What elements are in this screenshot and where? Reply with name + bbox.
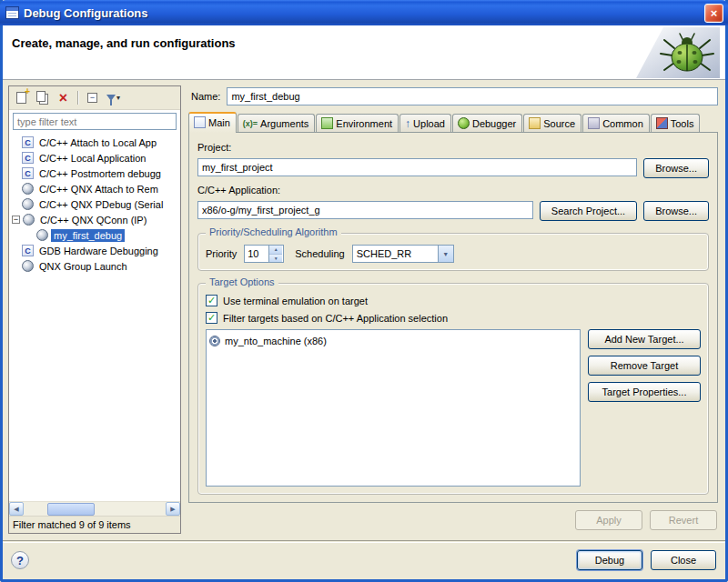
collapse-expander-icon[interactable]: [12, 216, 20, 224]
search-project-button[interactable]: Search Project...: [540, 201, 637, 221]
qnx-launch-icon: [22, 183, 34, 195]
tab-label: Common: [602, 118, 643, 129]
dialog-header-title: Create, manage, and run configurations: [12, 36, 725, 50]
close-icon[interactable]: [704, 4, 723, 23]
target-item-label: my_nto_machine (x86): [225, 336, 327, 346]
priority-spinner[interactable]: [244, 245, 284, 263]
priority-group-title: Priority/Scheduling Algorithm: [206, 226, 341, 237]
tab-arguments[interactable]: Arguments: [238, 114, 315, 132]
tab-source[interactable]: Source: [523, 114, 581, 132]
checkbox-checked-icon[interactable]: [206, 295, 217, 306]
tools-tab-icon: [656, 117, 668, 129]
target-group-title: Target Options: [206, 276, 278, 287]
arguments-tab-icon: [243, 119, 258, 128]
config-tabs: Main Arguments Environment Upload Debugg…: [186, 111, 720, 132]
main-tab-icon: [194, 116, 206, 128]
scrollbar-thumb[interactable]: [47, 503, 95, 516]
dialog-body: C/C++ Attach to Local App C/C++ Local Ap…: [3, 80, 725, 539]
target-list-item[interactable]: my_nto_machine (x86): [209, 333, 577, 348]
application-input[interactable]: [197, 201, 533, 219]
target-options-group: Target Options Use terminal emulation on…: [197, 283, 709, 495]
priority-label: Priority: [206, 248, 237, 259]
filter-targets-label: Filter targets based on C/C++ Applicatio…: [223, 313, 448, 324]
target-buttons: Add New Target... Remove Target Target P…: [588, 329, 701, 487]
c-application-icon: [22, 167, 34, 179]
combo-dropdown-icon[interactable]: [438, 246, 453, 262]
revert-button[interactable]: Revert: [650, 510, 717, 530]
tab-debugger[interactable]: Debugger: [452, 114, 522, 132]
collapse-all-icon[interactable]: [83, 89, 102, 107]
target-properties-button[interactable]: Target Properties...: [588, 382, 701, 402]
application-browse-button[interactable]: Browse...: [643, 201, 709, 221]
config-toolbar: [9, 86, 180, 110]
c-application-icon: [22, 152, 34, 164]
target-list[interactable]: my_nto_machine (x86): [206, 329, 581, 487]
configurations-tree[interactable]: C/C++ Attach to Local App C/C++ Local Ap…: [9, 132, 180, 501]
scheduling-value: SCHED_RR: [353, 246, 438, 262]
qnx-launch-icon: [22, 260, 34, 272]
environment-tab-icon: [321, 117, 333, 129]
spinner-down-icon[interactable]: [269, 255, 282, 263]
target-machine-icon: [209, 336, 220, 346]
tab-label: Arguments: [260, 118, 308, 129]
priority-scheduling-group: Priority/Scheduling Algorithm Priority S…: [197, 233, 709, 271]
c-application-icon: [22, 245, 34, 256]
tree-item-cpp-local-application[interactable]: C/C++ Local Application: [11, 150, 180, 166]
checkbox-checked-icon[interactable]: [206, 312, 217, 324]
tab-common[interactable]: Common: [582, 114, 650, 132]
priority-input[interactable]: [245, 246, 268, 262]
apply-button[interactable]: Apply: [575, 510, 642, 530]
filter-input[interactable]: [13, 113, 177, 130]
scheduling-combobox[interactable]: SCHED_RR: [352, 245, 454, 263]
scroll-left-icon[interactable]: [9, 502, 24, 516]
window-title: Debug Configurations: [24, 6, 148, 20]
scheduling-label: Scheduling: [295, 248, 344, 259]
tree-item-qnx-pdebug-serial[interactable]: C/C++ QNX PDebug (Serial: [11, 196, 180, 212]
configurations-panel: C/C++ Attach to Local App C/C++ Local Ap…: [8, 85, 181, 534]
filter-targets-checkbox[interactable]: Filter targets based on C/C++ Applicatio…: [206, 312, 701, 324]
project-browse-button[interactable]: Browse...: [643, 158, 709, 178]
tab-environment[interactable]: Environment: [316, 114, 399, 132]
qnx-launch-icon: [23, 214, 35, 226]
tree-item-qnx-qconn[interactable]: C/C++ QNX QConn (IP): [11, 212, 180, 227]
tree-item-my-first-debug[interactable]: my_first_debug: [11, 227, 180, 243]
duplicate-configuration-icon[interactable]: [33, 89, 52, 107]
debugger-tab-icon: [458, 117, 470, 129]
tree-item-qnx-group-launch[interactable]: QNX Group Launch: [11, 258, 180, 274]
dialog-header: Create, manage, and run configurations: [3, 25, 725, 80]
add-new-target-button[interactable]: Add New Target...: [588, 329, 701, 349]
project-input[interactable]: [197, 158, 637, 176]
filter-field-wrap: [9, 110, 180, 132]
delete-configuration-icon[interactable]: [54, 89, 73, 107]
tab-main[interactable]: Main: [188, 112, 237, 133]
tab-upload[interactable]: Upload: [399, 114, 451, 132]
terminal-emulation-checkbox[interactable]: Use terminal emulation on target: [206, 295, 701, 306]
help-button[interactable]: ?: [11, 551, 29, 569]
chevron-down-icon: [116, 94, 120, 102]
tree-item-cpp-attach-local[interactable]: C/C++ Attach to Local App: [11, 135, 180, 150]
spinner-up-icon[interactable]: [269, 246, 282, 255]
terminal-emulation-label: Use terminal emulation on target: [223, 296, 368, 306]
dialog-footer: ? Debug Close: [3, 543, 725, 579]
name-input[interactable]: [227, 87, 718, 105]
close-button[interactable]: Close: [651, 550, 716, 570]
tree-horizontal-scrollbar[interactable]: [9, 501, 180, 516]
scrollbar-track[interactable]: [24, 502, 166, 516]
tab-label: Environment: [336, 118, 392, 129]
tab-tools[interactable]: Tools: [651, 114, 701, 132]
debug-button[interactable]: Debug: [577, 550, 642, 570]
tree-item-cpp-postmortem[interactable]: C/C++ Postmortem debugg: [11, 166, 180, 181]
common-tab-icon: [588, 117, 600, 129]
tree-item-qnx-attach-remote[interactable]: C/C++ QNX Attach to Rem: [11, 181, 180, 196]
title-bar[interactable]: Debug Configurations: [0, 0, 728, 25]
c-application-icon: [22, 136, 34, 148]
scroll-right-icon[interactable]: [166, 502, 180, 516]
project-label: Project:: [197, 140, 709, 154]
tab-label: Source: [543, 118, 575, 129]
source-tab-icon: [529, 117, 541, 129]
new-configuration-icon[interactable]: [12, 89, 31, 107]
filter-icon[interactable]: [104, 89, 123, 107]
remove-target-button[interactable]: Remove Target: [588, 356, 701, 376]
tree-item-gdb-hardware[interactable]: GDB Hardware Debugging: [11, 243, 180, 258]
debug-configurations-dialog: Debug Configurations Create, manage, and…: [0, 0, 728, 582]
